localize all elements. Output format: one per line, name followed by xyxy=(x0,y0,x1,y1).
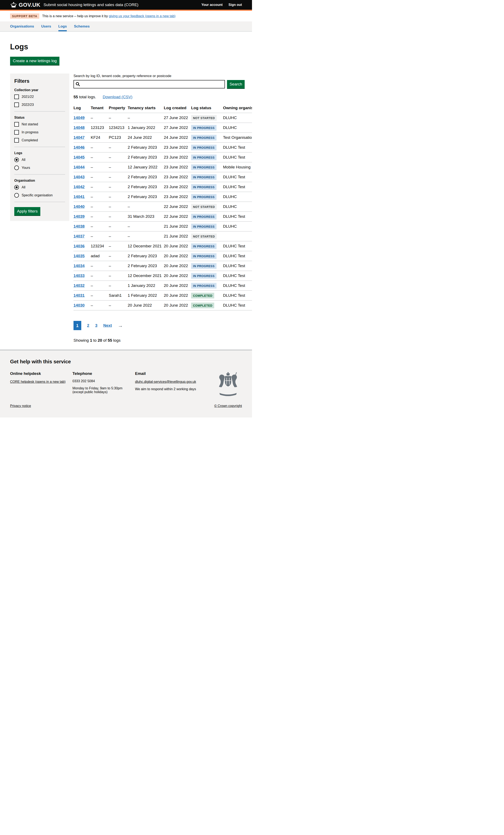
tenancy-starts-cell: 2 February 2023 xyxy=(128,143,164,152)
property-cell: – xyxy=(109,113,128,123)
tenancy-starts-cell: 12 December 2021 xyxy=(128,271,164,281)
radio-yours[interactable] xyxy=(14,165,19,170)
log-id-link[interactable]: 14037 xyxy=(74,234,85,238)
email-link[interactable]: dluhc.digital-services@levellingup.gov.u… xyxy=(135,380,196,384)
log-id-link[interactable]: 14041 xyxy=(74,195,85,199)
checkbox-completed[interactable] xyxy=(14,138,19,143)
filter-option-label: All xyxy=(22,158,25,162)
service-name-link[interactable]: Submit social housing lettings and sales… xyxy=(43,2,138,7)
showing-summary: Showing 1 to 20 of 55 logs xyxy=(74,338,252,343)
table-row: 14040–––22 June 2022NOT STARTEDDLUHC xyxy=(74,202,252,212)
tenancy-starts-cell: 12 December 2021 xyxy=(128,241,164,251)
filter-option-specific-organisation[interactable]: Specific organisation xyxy=(14,193,65,198)
log-id-link[interactable]: 14048 xyxy=(74,125,85,130)
table-row: 14037–––21 June 2022NOT STARTED xyxy=(74,231,252,241)
pagination-page-3[interactable]: 3 xyxy=(95,323,97,328)
privacy-notice-link[interactable]: Privacy notice xyxy=(10,404,31,408)
table-row: 14038–––21 June 2022IN PROGRESSDLUHC xyxy=(74,222,252,231)
log-id-link[interactable]: 14046 xyxy=(74,145,85,149)
log-id-link[interactable]: 14043 xyxy=(74,175,85,179)
results-summary: 55 total logs. Download (CSV) xyxy=(74,95,252,99)
filter-option-in-progress[interactable]: In progress xyxy=(14,130,65,135)
checkbox-2022-23[interactable] xyxy=(14,102,19,107)
log-id-link[interactable]: 14047 xyxy=(74,135,85,140)
phase-banner-static-text: This is a new service – help us improve … xyxy=(42,14,109,18)
log-id-link[interactable]: 14032 xyxy=(74,283,85,288)
tenant-cell: adad xyxy=(91,251,109,261)
status-badge: NOT STARTED xyxy=(191,115,217,121)
apply-filters-button[interactable]: Apply filters xyxy=(14,207,40,216)
property-cell: – xyxy=(109,162,128,172)
download-csv-link[interactable]: Download (CSV) xyxy=(103,95,133,99)
table-row: 14036123234–12 December 202120 June 2022… xyxy=(74,241,252,251)
filter-option-all[interactable]: All xyxy=(14,185,65,190)
filter-option-not-started[interactable]: Not started xyxy=(14,122,65,127)
radio-specific-organisation[interactable] xyxy=(14,193,19,198)
log-id-link[interactable]: 14031 xyxy=(74,293,85,298)
filter-option-2021-22[interactable]: 2021/22 xyxy=(14,95,65,99)
owning-organisation-cell: DLUHC Test xyxy=(223,291,252,301)
log-created-cell: 21 June 2022 xyxy=(164,222,191,231)
log-id-link[interactable]: 14040 xyxy=(74,204,85,209)
radio-all[interactable] xyxy=(14,158,19,162)
column-header-owning-organisation: Owning organisation xyxy=(223,104,252,113)
status-badge: IN PROGRESS xyxy=(191,125,217,130)
owning-organisation-cell: DLUHC xyxy=(223,113,252,123)
log-id-link[interactable]: 14049 xyxy=(74,116,85,120)
tab-schemes[interactable]: Schemes xyxy=(74,21,90,31)
tenancy-starts-cell: 24 June 2022 xyxy=(128,133,164,143)
log-id-link[interactable]: 14042 xyxy=(74,185,85,189)
crown-copyright-link[interactable]: © Crown copyright xyxy=(214,404,242,408)
status-badge: IN PROGRESS xyxy=(191,155,217,160)
log-id-link[interactable]: 14044 xyxy=(74,165,85,169)
filter-option-completed[interactable]: Completed xyxy=(14,138,65,143)
your-account-link[interactable]: Your account xyxy=(201,3,223,7)
log-created-cell: 21 June 2022 xyxy=(164,231,191,241)
page-title: Logs xyxy=(10,42,242,51)
log-id-link[interactable]: 14030 xyxy=(74,303,85,307)
log-id-link[interactable]: 14045 xyxy=(74,155,85,159)
filter-option-label: 2022/23 xyxy=(22,103,34,107)
filter-option-2022-23[interactable]: 2022/23 xyxy=(14,102,65,107)
tab-organisations[interactable]: Organisations xyxy=(10,21,34,31)
status-badge: IN PROGRESS xyxy=(191,214,217,220)
filter-option-label: Yours xyxy=(22,166,30,170)
tenant-cell: – xyxy=(91,291,109,301)
log-id-link[interactable]: 14038 xyxy=(74,224,85,228)
tab-logs[interactable]: Logs xyxy=(58,21,67,31)
checkbox-in-progress[interactable] xyxy=(14,130,19,135)
logs-page: { "header": { "logo_text": "GOV.UK", "se… xyxy=(0,0,252,418)
log-created-cell: 23 June 2022 xyxy=(164,182,191,192)
property-cell: – xyxy=(109,182,128,192)
log-id-link[interactable]: 14039 xyxy=(74,214,85,219)
filter-option-yours[interactable]: Yours xyxy=(14,165,65,170)
core-helpdesk-link[interactable]: CORE helpdesk (opens in a new tab) xyxy=(10,380,65,384)
log-id-link[interactable]: 14035 xyxy=(74,254,85,258)
checkbox-not-started[interactable] xyxy=(14,122,19,127)
pagination-current-page[interactable]: 1 xyxy=(74,321,81,330)
tab-users[interactable]: Users xyxy=(41,21,51,31)
checkbox-2021-22[interactable] xyxy=(14,95,19,99)
govuk-logo-link[interactable]: GOV.UK xyxy=(10,2,40,8)
search-button[interactable]: Search xyxy=(227,80,245,88)
total-logs-label: total logs. xyxy=(78,95,96,99)
filter-option-all[interactable]: All xyxy=(14,158,65,162)
pagination-next-link[interactable]: Next xyxy=(103,323,112,328)
log-id-link[interactable]: 14034 xyxy=(74,264,85,268)
log-id-link[interactable]: 14036 xyxy=(74,244,85,248)
create-lettings-log-button[interactable]: Create a new lettings log xyxy=(10,57,59,65)
radio-all[interactable] xyxy=(14,185,19,190)
pagination-page-2[interactable]: 2 xyxy=(87,323,89,328)
table-row: 14032––1 January 202220 June 2022IN PROG… xyxy=(74,281,252,291)
search-input[interactable] xyxy=(74,80,225,88)
feedback-link[interactable]: giving us your feedback (opens in a new … xyxy=(109,14,176,18)
owning-organisation-cell: DLUHC xyxy=(223,192,252,202)
log-id-link[interactable]: 14033 xyxy=(74,273,85,278)
filter-heading-collection-year: Collection year xyxy=(14,88,65,92)
tenant-cell: – xyxy=(91,113,109,123)
status-badge: IN PROGRESS xyxy=(191,253,217,259)
sign-out-link[interactable]: Sign out xyxy=(228,3,242,7)
column-header-log-status: Log status xyxy=(191,104,223,113)
filters-title: Filters xyxy=(14,78,65,84)
crown-icon xyxy=(10,2,17,8)
